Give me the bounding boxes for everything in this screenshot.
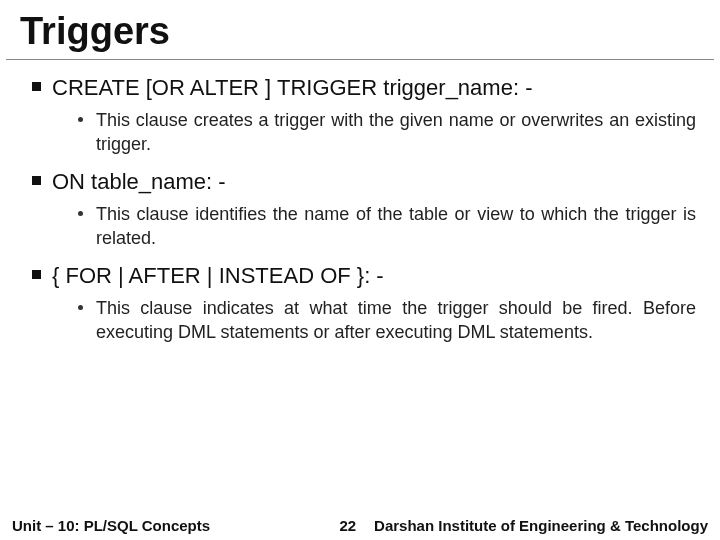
slide-title: Triggers [6, 0, 714, 60]
bullet-for-after: { FOR | AFTER | INSTEAD OF }: - This cla… [30, 262, 696, 344]
slide-footer: Unit – 10: PL/SQL Concepts 22 Darshan In… [0, 510, 720, 540]
subbullet: This clause creates a trigger with the g… [78, 108, 696, 157]
bullet-heading: ON table_name: - [52, 169, 226, 194]
bullet-heading: CREATE [OR ALTER ] TRIGGER trigger_name:… [52, 75, 532, 100]
subbullet: This clause identifies the name of the t… [78, 202, 696, 251]
footer-page-number: 22 [339, 517, 356, 534]
bullet-heading: { FOR | AFTER | INSTEAD OF }: - [52, 263, 384, 288]
bullet-on-table: ON table_name: - This clause identifies … [30, 168, 696, 250]
bullet-create-trigger: CREATE [OR ALTER ] TRIGGER trigger_name:… [30, 74, 696, 156]
footer-institute: Darshan Institute of Engineering & Techn… [374, 517, 708, 534]
slide-content: CREATE [OR ALTER ] TRIGGER trigger_name:… [0, 74, 720, 344]
subbullet: This clause indicates at what time the t… [78, 296, 696, 345]
footer-unit: Unit – 10: PL/SQL Concepts [12, 517, 210, 534]
